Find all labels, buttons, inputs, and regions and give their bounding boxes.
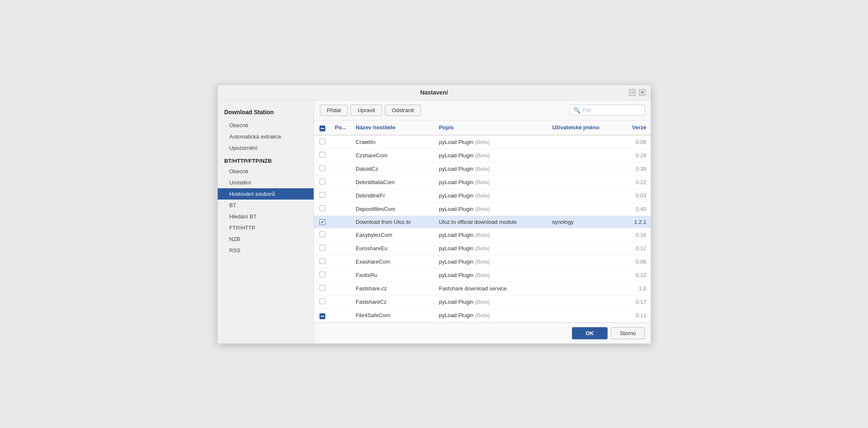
row-uzivatel	[548, 268, 621, 282]
row-checkbox-cell[interactable]	[314, 308, 331, 322]
sidebar-item-nzb[interactable]: NZB	[218, 233, 314, 245]
row-popis-beta: (Beta)	[475, 245, 489, 251]
row-nazev: FastshareCz	[352, 295, 435, 308]
row-popis-beta: (Beta)	[475, 206, 489, 212]
row-checkbox-cell[interactable]	[314, 255, 331, 268]
row-checkbox[interactable]	[319, 285, 325, 291]
row-poradi	[331, 241, 352, 255]
sidebar-section-section-bt: BT/HTTP/FTP/NZB	[218, 154, 314, 166]
table-row[interactable]: DepositfilesCompyLoad Plugin (Beta)0.40	[314, 202, 651, 215]
row-poradi	[331, 255, 352, 268]
row-popis-beta: (Beta)	[475, 192, 489, 199]
sidebar-item-bt[interactable]: BT	[218, 200, 314, 211]
row-checkbox[interactable]	[319, 298, 325, 304]
row-checkbox-cell[interactable]: ✔	[314, 215, 331, 228]
row-checkbox[interactable]	[319, 138, 325, 144]
row-checkbox[interactable]	[319, 165, 325, 171]
sidebar-item-rss[interactable]: RSS	[218, 245, 314, 256]
table-row[interactable]: DebridItaliaCompyLoad Plugin (Beta)0.22	[314, 175, 651, 189]
table-row[interactable]: CrамitInpyLoad Plugin (Beta)0.08	[314, 135, 651, 149]
footer: OK Storno	[314, 323, 651, 343]
cancel-button[interactable]: Storno	[611, 327, 644, 339]
row-checkbox[interactable]	[319, 205, 325, 211]
add-button[interactable]: Přidat	[320, 105, 348, 116]
row-popis: pyLoad Plugin (Beta)	[435, 295, 548, 308]
table-body: CrамitInpyLoad Plugin (Beta)0.08CzshareC…	[314, 135, 651, 323]
header-checkbox[interactable]	[319, 126, 325, 131]
row-nazev: File4SafeCom	[352, 308, 435, 322]
ok-button[interactable]: OK	[572, 327, 608, 339]
row-poradi	[331, 308, 352, 322]
table-row[interactable]: DebridlinkFrpyLoad Plugin (Beta)0.03	[314, 189, 651, 202]
row-uzivatel	[548, 202, 621, 215]
sidebar-item-hledani-bt[interactable]: Hledání BT	[218, 211, 314, 222]
table-row[interactable]: EuroshareEupyLoad Plugin (Beta)0.12	[314, 241, 651, 255]
row-checkbox[interactable]	[319, 272, 325, 277]
sidebar-item-auto-extrakce[interactable]: Automatická extrakce	[218, 131, 314, 142]
row-popis: pyLoad Plugin (Beta)	[435, 255, 548, 268]
row-nazev: FastixRu	[352, 268, 435, 282]
table-row[interactable]: ✔Download from Uloz.toUloz.to official d…	[314, 215, 651, 228]
sidebar-item-obecne-1[interactable]: Obecné	[218, 120, 314, 131]
table-row[interactable]: CzshareCompyLoad Plugin (Beta)0.28	[314, 149, 651, 162]
table-row[interactable]: Fastshare.czFastshare download service.1…	[314, 282, 651, 295]
row-checkbox[interactable]	[319, 192, 325, 198]
row-checkbox-cell[interactable]	[314, 189, 331, 202]
filter-input[interactable]	[583, 107, 641, 113]
row-verze: 1.0	[621, 282, 651, 295]
header-popis[interactable]: Popis	[435, 120, 548, 135]
row-popis: pyLoad Plugin (Beta)	[435, 149, 548, 162]
minimize-button[interactable]: ─	[629, 89, 636, 96]
table-row[interactable]: ExashareCompyLoad Plugin (Beta)0.06	[314, 255, 651, 268]
filter-wrap: 🔍	[569, 105, 645, 115]
row-checkbox-cell[interactable]	[314, 135, 331, 149]
delete-button[interactable]: Odstranit	[385, 105, 421, 116]
row-verze: 1.2.1	[621, 215, 651, 228]
sidebar-item-hostovani-souboru[interactable]: Hostování souborů	[218, 188, 314, 200]
header-uzivatel[interactable]: Uživatelské jméno	[548, 120, 621, 135]
row-checkbox-cell[interactable]	[314, 149, 331, 162]
row-checkbox[interactable]	[319, 179, 325, 185]
row-checkbox[interactable]	[319, 313, 325, 319]
header-nazev[interactable]: Název hostitele	[352, 120, 435, 135]
row-popis: Uloz.to official download module	[435, 215, 548, 228]
table-row[interactable]: FastixRupyLoad Plugin (Beta)0.12	[314, 268, 651, 282]
row-checkbox-cell[interactable]	[314, 162, 331, 175]
row-checkbox[interactable]	[319, 245, 325, 251]
row-uzivatel	[548, 282, 621, 295]
table-row[interactable]: File4SafeCompyLoad Plugin (Beta)0.11	[314, 308, 651, 322]
row-nazev: EasybytezCom	[352, 228, 435, 241]
header-verze[interactable]: Verze	[621, 120, 651, 135]
sidebar-item-upozorneni[interactable]: Upozornění	[218, 142, 314, 154]
row-checkbox[interactable]	[319, 231, 325, 237]
sidebar-item-umisteni[interactable]: Umístění	[218, 177, 314, 188]
sidebar-item-obecne-2[interactable]: Obecné	[218, 166, 314, 177]
row-poradi	[331, 295, 352, 308]
toolbar: Přidat Upravit Odstranit 🔍	[314, 100, 651, 120]
row-checkbox-cell[interactable]	[314, 202, 331, 215]
row-checkbox[interactable]	[319, 258, 325, 264]
row-checkbox-cell[interactable]	[314, 282, 331, 295]
table-row[interactable]: DatoidCzpyLoad Plugin (Beta)0.39	[314, 162, 651, 175]
row-poradi	[331, 149, 352, 162]
row-checkbox-cell[interactable]	[314, 241, 331, 255]
row-verze: 0.06	[621, 255, 651, 268]
row-checkbox[interactable]: ✔	[319, 219, 325, 225]
row-checkbox-cell[interactable]	[314, 295, 331, 308]
close-button[interactable]: ✕	[639, 89, 646, 96]
table-row[interactable]: FastshareCzpyLoad Plugin (Beta)0.17	[314, 295, 651, 308]
row-poradi	[331, 228, 352, 241]
row-checkbox[interactable]	[319, 152, 325, 158]
edit-button[interactable]: Upravit	[350, 105, 382, 116]
row-popis: pyLoad Plugin (Beta)	[435, 162, 548, 175]
row-checkbox-cell[interactable]	[314, 228, 331, 241]
row-checkbox-cell[interactable]	[314, 175, 331, 189]
row-poradi	[331, 189, 352, 202]
table-row[interactable]: EasybytezCompyLoad Plugin (Beta)0.18	[314, 228, 651, 241]
sidebar-item-ftp-http[interactable]: FTP/HTTP	[218, 222, 314, 233]
row-nazev: CzshareCom	[352, 149, 435, 162]
titlebar: Nastavení ─ ✕	[218, 85, 651, 100]
row-checkbox-cell[interactable]	[314, 268, 331, 282]
row-poradi	[331, 282, 352, 295]
header-checkbox-col[interactable]	[314, 120, 331, 135]
